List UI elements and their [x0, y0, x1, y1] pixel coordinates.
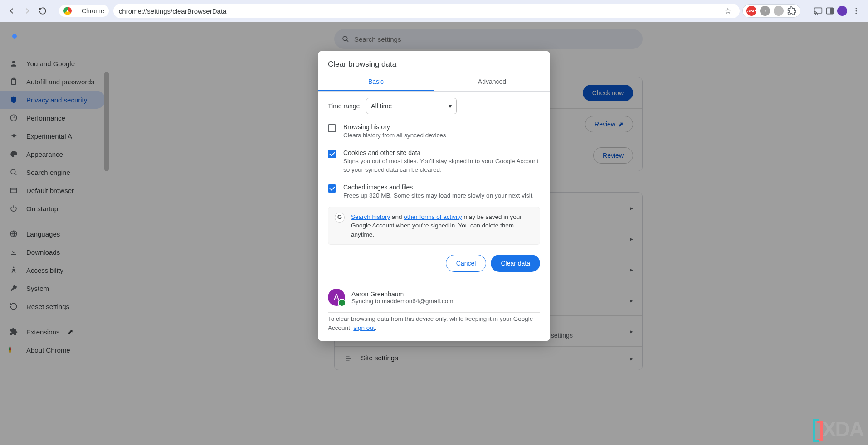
checkbox[interactable]: [328, 124, 336, 132]
cast-icon[interactable]: [814, 6, 823, 15]
option-subtitle: Clears history from all synced devices: [343, 131, 446, 140]
google-activity-info: G Search history and other forms of acti…: [328, 207, 540, 245]
menu-button[interactable]: [850, 5, 863, 17]
site-chip[interactable]: Chrome: [59, 5, 109, 17]
user-name: Aaron Greenbaum: [351, 290, 454, 298]
user-avatar: A: [328, 289, 345, 306]
checkbox[interactable]: [328, 184, 336, 193]
svg-point-3: [856, 8, 857, 9]
extension-unknown[interactable]: ?: [760, 6, 770, 16]
other-activity-link[interactable]: other forms of activity: [404, 213, 462, 220]
extensions-group: ABP ?: [742, 4, 800, 18]
site-chip-label: Chrome: [82, 7, 104, 15]
user-sync-status: Syncing to maddemon64@gmail.com: [351, 298, 454, 305]
sign-out-link[interactable]: sign out: [353, 324, 375, 331]
extension-grey[interactable]: [774, 6, 784, 16]
tab-advanced[interactable]: Advanced: [434, 73, 550, 91]
clear-option-0: Browsing historyClears history from all …: [328, 119, 540, 145]
bookmark-icon[interactable]: ☆: [724, 6, 731, 16]
browser-toolbar: Chrome chrome://settings/clearBrowserDat…: [0, 0, 868, 22]
url-text: chrome://settings/clearBrowserData: [119, 7, 227, 15]
svg-point-5: [856, 13, 857, 14]
time-range-select[interactable]: All time ▾: [366, 98, 457, 114]
tab-basic[interactable]: Basic: [318, 73, 434, 91]
extensions-icon[interactable]: [787, 6, 796, 15]
svg-rect-2: [830, 8, 834, 14]
extension-abp[interactable]: ABP: [746, 6, 756, 16]
xda-watermark: ]XDA: [817, 417, 863, 441]
address-bar[interactable]: chrome://settings/clearBrowserData ☆: [113, 4, 740, 18]
option-subtitle: Signs you out of most sites. You'll stay…: [343, 157, 540, 174]
option-title: Cookies and other site data: [343, 149, 540, 156]
svg-rect-0: [814, 8, 822, 13]
forward-button[interactable]: [21, 5, 34, 17]
chevron-down-icon: ▾: [449, 102, 452, 110]
option-title: Browsing history: [343, 123, 446, 131]
dialog-title: Clear browsing data: [318, 51, 550, 73]
clear-data-dialog: Clear browsing data Basic Advanced Time …: [318, 51, 550, 341]
checkbox[interactable]: [328, 150, 336, 158]
back-button[interactable]: [5, 5, 18, 17]
option-title: Cached images and files: [343, 184, 534, 191]
clear-option-1: Cookies and other site dataSigns you out…: [328, 145, 540, 179]
svg-point-4: [856, 10, 857, 12]
search-history-link[interactable]: Search history: [351, 213, 390, 220]
profile-avatar[interactable]: [837, 6, 847, 16]
chrome-icon: [63, 7, 72, 15]
reload-button[interactable]: [36, 5, 49, 17]
google-icon: G: [335, 213, 345, 222]
clear-option-2: Cached images and filesFrees up 320 MB. …: [328, 179, 540, 205]
cancel-button[interactable]: Cancel: [446, 255, 487, 272]
dialog-footnote: To clear browsing data from this device …: [318, 313, 550, 341]
dialog-tabs: Basic Advanced: [318, 73, 550, 92]
sidepanel-icon[interactable]: [825, 6, 834, 15]
option-subtitle: Frees up 320 MB. Some sites may load mor…: [343, 192, 534, 200]
time-range-label: Time range: [328, 102, 360, 110]
sync-user-row: A Aaron Greenbaum Syncing to maddemon64@…: [318, 281, 550, 310]
clear-data-button[interactable]: Clear data: [491, 255, 540, 272]
